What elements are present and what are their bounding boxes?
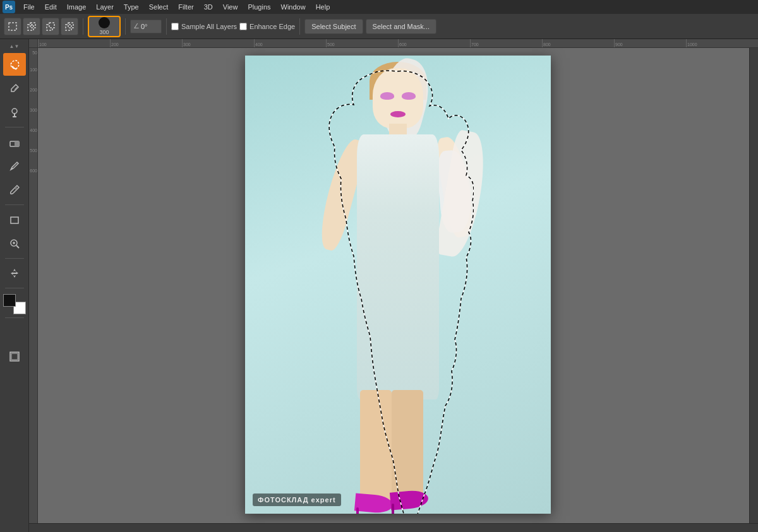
svg-rect-27 (11, 353, 18, 360)
svg-rect-18 (11, 217, 18, 223)
left-toolbar: ▲▼ (0, 39, 29, 532)
workspace-col: 100 200 300 400 500 600 700 800 900 1000… (29, 39, 758, 532)
svg-line-9 (13, 68, 16, 69)
select-and-mask-button[interactable]: Select and Mask... (366, 19, 437, 34)
menu-view[interactable]: View (219, 2, 243, 12)
zoom-icon (9, 239, 20, 249)
clone-stamp-icon (9, 107, 20, 117)
select-subject-button[interactable]: Select Subject (304, 19, 363, 34)
svg-rect-7 (68, 23, 73, 28)
ps-logo: Ps (3, 1, 15, 13)
brush-circle (99, 17, 110, 28)
toolbar-sep-1 (5, 127, 24, 127)
ruler-v-tick: 500 (30, 148, 37, 153)
color-swatches[interactable] (3, 294, 26, 314)
quick-mask-btn[interactable] (3, 321, 26, 344)
divider-1 (83, 18, 83, 35)
rectangle-tool-btn[interactable] (3, 208, 26, 231)
scrollbar-horizontal[interactable] (29, 523, 758, 532)
leg-right (392, 390, 423, 500)
canvas-area: @keyframes marchAnts { from { stroke-das… (38, 48, 758, 523)
enhance-edge-checkbox[interactable] (239, 23, 247, 30)
angle-input[interactable] (141, 23, 159, 30)
menu-plugins[interactable]: Plugins (243, 2, 275, 12)
menu-type[interactable]: Type (119, 2, 143, 12)
eyedropper-tool-btn[interactable] (3, 77, 26, 100)
person-figure: @keyframes marchAnts { from { stroke-das… (322, 68, 474, 510)
toolbar-sep-5 (5, 317, 24, 318)
sample-all-layers-label[interactable]: Sample All Layers (171, 23, 237, 30)
svg-rect-5 (49, 23, 54, 28)
ruler-tick: 400 (254, 39, 326, 47)
ruler-tick: 100 (38, 39, 110, 47)
ruler-v-tick: 300 (30, 108, 37, 112)
angle-symbol: ∠ (133, 22, 140, 30)
sample-all-layers-text: Sample All Layers (181, 23, 237, 30)
ruler-tick: 700 (470, 39, 542, 47)
ruler-v-tick: 400 (30, 128, 37, 133)
toolbar-sep-2 (5, 204, 24, 205)
svg-rect-13 (13, 116, 16, 117)
new-selection-btn[interactable] (4, 18, 21, 35)
intersect-selection-btn[interactable] (61, 18, 78, 35)
foreground-color-swatch[interactable] (3, 294, 16, 307)
eyedropper-icon (9, 83, 20, 93)
menu-help[interactable]: Help (311, 2, 335, 12)
ruler-tick: 800 (542, 39, 614, 47)
workspace-row: 50 100 200 300 400 500 600 (29, 48, 758, 523)
pen-tool-btn[interactable] (3, 155, 26, 177)
menu-bar: Ps File Edit Image Layer Type Select Fil… (0, 0, 758, 14)
scrollbar-vertical[interactable] (749, 48, 758, 523)
ruler-tick: 500 (326, 39, 398, 47)
heel-left (356, 507, 359, 514)
ruler-tick: 200 (110, 39, 182, 47)
ruler-tick: 1000 (686, 39, 758, 47)
ruler-tick: 300 (182, 39, 254, 47)
eye-makeup-left (380, 92, 394, 100)
enhance-edge-label[interactable]: Enhance Edge (239, 23, 295, 30)
toolbar-scroll-up[interactable]: ▲▼ (3, 42, 26, 50)
toolbar-sep-3 (5, 258, 24, 259)
svg-point-11 (12, 109, 17, 114)
pen-icon (9, 161, 20, 171)
canvas-frame: @keyframes marchAnts { from { stroke-das… (245, 56, 551, 514)
subtract-selection-btn[interactable] (42, 18, 59, 35)
menu-window[interactable]: Window (277, 2, 310, 12)
divider-3 (166, 18, 167, 35)
watermark: ФОТОСКЛАД expert (253, 494, 341, 506)
eraser-tool-btn[interactable] (3, 131, 26, 153)
menu-file[interactable]: File (19, 2, 39, 12)
ruler-tick: 600 (398, 39, 470, 47)
ruler-corner (29, 39, 38, 48)
brush-tool-btn[interactable] (3, 179, 26, 201)
sample-all-layers-checkbox[interactable] (171, 23, 179, 30)
brush-icon (9, 185, 20, 195)
ruler-v-tick: 100 (30, 68, 37, 72)
move-icon (9, 268, 20, 278)
svg-line-20 (16, 245, 19, 248)
screen-mode-btn[interactable] (3, 345, 26, 368)
add-selection-btn[interactable]: + (23, 18, 40, 35)
clone-stamp-tool-btn[interactable] (3, 101, 26, 124)
brush-size-btn[interactable]: 300 (88, 16, 121, 37)
angle-wrapper: ∠ (130, 20, 162, 33)
head (373, 68, 423, 128)
eye-makeup-right (402, 92, 416, 100)
menu-select[interactable]: Select (145, 2, 173, 12)
ruler-v-tick: 200 (30, 88, 37, 92)
toolbar-sep-4 (5, 288, 24, 288)
svg-rect-15 (15, 141, 19, 146)
menu-filter[interactable]: Filter (174, 2, 198, 12)
main-area: ▲▼ (0, 39, 758, 532)
quick-mask-icon (9, 328, 20, 338)
move-tool-btn[interactable] (3, 262, 26, 285)
menu-layer[interactable]: Layer (92, 2, 118, 12)
menu-image[interactable]: Image (63, 2, 91, 12)
divider-4 (299, 18, 300, 35)
quick-select-tool-btn[interactable] (3, 53, 26, 76)
menu-3d[interactable]: 3D (200, 2, 217, 12)
menu-edit[interactable]: Edit (40, 2, 61, 12)
ruler-v-tick: 50 (32, 50, 37, 55)
zoom-tool-btn[interactable] (3, 232, 26, 255)
screen-mode-icon (9, 352, 20, 362)
